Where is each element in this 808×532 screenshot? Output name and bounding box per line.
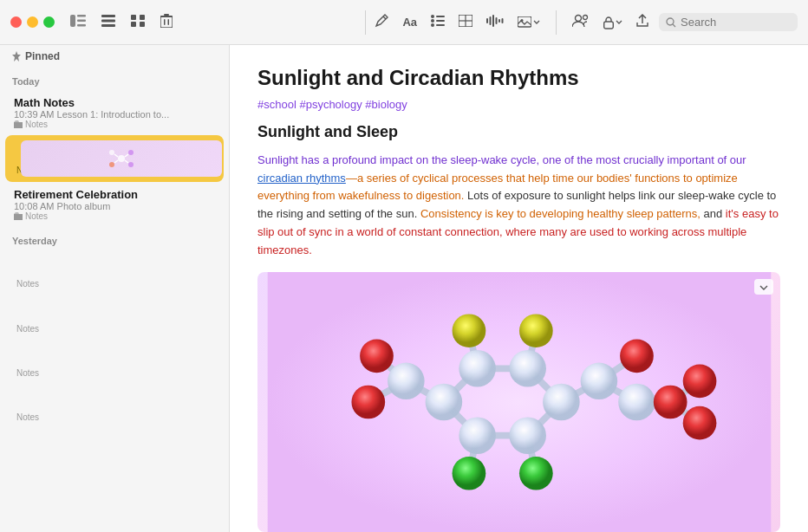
titlebar: Aa — [0, 0, 808, 45]
audio-icon[interactable] — [483, 11, 507, 34]
note-subtitle: Sunlight and Sleep — [257, 123, 780, 141]
window-controls — [10, 16, 55, 28]
note-item-roadtrip[interactable]: Roadtrip To Do's Yesterday ✈️ Book fligh… — [5, 295, 224, 339]
svg-point-82 — [452, 314, 485, 347]
note-item-reunion[interactable]: Reunion Picnic Yesterday Need everyon...… — [5, 250, 224, 294]
note-info: Math Notes 10:39 AM Lesson 1: Introducti… — [14, 96, 215, 129]
note-folder: Notes — [14, 120, 215, 129]
note-info: Retirement Celebration 10:08 AM Photo al… — [14, 188, 215, 221]
note-meta: 10:08 AM Photo album — [14, 201, 215, 211]
svg-rect-2 — [77, 19, 86, 22]
svg-rect-3 — [77, 24, 86, 27]
svg-rect-14 — [160, 16, 173, 17]
svg-point-71 — [509, 417, 546, 454]
media-icon[interactable] — [514, 13, 544, 32]
molecule-svg — [259, 272, 779, 532]
note-meta: 10:39 AM Lesson 1: Introduction to... — [14, 109, 215, 120]
sidebar-toggle-icon[interactable] — [67, 11, 89, 34]
collaborate-icon[interactable] — [569, 10, 593, 35]
svg-point-70 — [543, 383, 580, 420]
svg-rect-28 — [496, 17, 498, 24]
body-text-normal-2: and — [700, 207, 726, 220]
svg-point-77 — [351, 385, 385, 418]
checklist-icon[interactable] — [427, 11, 448, 34]
share-icon[interactable] — [633, 10, 652, 35]
editor-pane: Sunlight and Circadian Rhythms #school #… — [230, 45, 808, 532]
svg-point-20 — [431, 23, 434, 27]
toolbar-divider — [365, 10, 366, 35]
note-item-urban[interactable]: Urban planner Yesterday Handwritten n...… — [5, 384, 224, 427]
svg-rect-7 — [131, 15, 136, 20]
svg-rect-10 — [140, 22, 145, 27]
search-input[interactable] — [681, 16, 785, 29]
svg-rect-47 — [267, 272, 771, 532]
format-icon[interactable]: Aa — [399, 12, 420, 32]
svg-point-80 — [682, 364, 716, 398]
svg-point-34 — [583, 15, 588, 19]
note-main-title: Sunlight and Circadian Rhythms — [257, 66, 780, 91]
list-view-icon[interactable] — [98, 11, 119, 34]
svg-rect-15 — [164, 14, 169, 16]
svg-rect-19 — [436, 20, 445, 22]
main-layout: Pinned Today Math Notes 10:39 AM Lesson … — [0, 45, 808, 532]
image-expand-button[interactable] — [754, 279, 773, 295]
svg-rect-9 — [131, 22, 136, 27]
svg-rect-11 — [160, 16, 173, 28]
svg-point-36 — [667, 18, 674, 25]
grid-view-icon[interactable] — [127, 11, 148, 34]
svg-point-16 — [431, 15, 434, 18]
svg-point-40 — [128, 150, 134, 155]
lock-icon[interactable] — [600, 12, 626, 33]
note-item-horse[interactable]: Two-Part Horse Anim... Yesterday Handwri… — [5, 340, 224, 383]
svg-point-18 — [431, 19, 434, 23]
svg-rect-12 — [164, 19, 166, 25]
close-button[interactable] — [10, 16, 22, 28]
molecule-image — [257, 272, 780, 532]
note-title: Retirement Celebration — [14, 188, 215, 201]
svg-point-72 — [459, 417, 496, 454]
toolbar-left — [67, 10, 176, 35]
svg-point-67 — [425, 383, 462, 420]
svg-point-75 — [618, 383, 655, 420]
compose-icon[interactable] — [371, 10, 392, 35]
minimize-button[interactable] — [27, 16, 38, 28]
search-bar[interactable] — [659, 13, 798, 31]
svg-line-45 — [114, 160, 118, 163]
svg-point-84 — [452, 456, 485, 490]
toolbar-right: Aa — [371, 10, 798, 35]
svg-point-41 — [109, 162, 114, 167]
svg-rect-4 — [101, 15, 115, 17]
svg-point-69 — [509, 350, 546, 387]
svg-rect-21 — [436, 24, 445, 26]
note-item-sunlight[interactable]: Sunlight and Ciradia... 10:35 AM #school… — [5, 135, 224, 182]
svg-rect-1 — [77, 15, 86, 17]
svg-point-33 — [576, 15, 582, 21]
svg-point-38 — [118, 155, 125, 162]
note-image-container — [257, 272, 780, 532]
svg-point-76 — [360, 339, 394, 373]
note-item-math[interactable]: Math Notes 10:39 AM Lesson 1: Introducti… — [5, 91, 224, 134]
svg-rect-30 — [502, 18, 504, 23]
svg-rect-26 — [490, 16, 492, 25]
svg-point-83 — [519, 314, 553, 347]
note-tags: #school #psychology #biology — [257, 98, 780, 111]
svg-point-79 — [682, 405, 716, 439]
svg-point-39 — [109, 150, 114, 155]
svg-rect-13 — [168, 19, 170, 25]
svg-rect-8 — [140, 15, 145, 20]
search-icon — [666, 17, 676, 28]
maximize-button[interactable] — [43, 16, 55, 28]
svg-rect-29 — [498, 19, 500, 23]
note-body[interactable]: Sunlight has a profound impact on the sl… — [257, 152, 780, 260]
delete-icon[interactable] — [157, 10, 176, 35]
body-text-orange-2: Consistency is key to developing healthy… — [420, 207, 700, 220]
svg-rect-6 — [101, 24, 115, 27]
note-item-retirement[interactable]: Retirement Celebration 10:08 AM Photo al… — [5, 183, 224, 226]
toolbar-divider-2 — [556, 10, 557, 35]
svg-point-81 — [653, 385, 687, 418]
table-icon[interactable] — [455, 11, 476, 34]
svg-point-74 — [580, 362, 617, 399]
svg-rect-5 — [101, 19, 115, 22]
body-text-link[interactable]: circadian rhythms — [257, 172, 346, 185]
pin-icon — [12, 51, 21, 62]
